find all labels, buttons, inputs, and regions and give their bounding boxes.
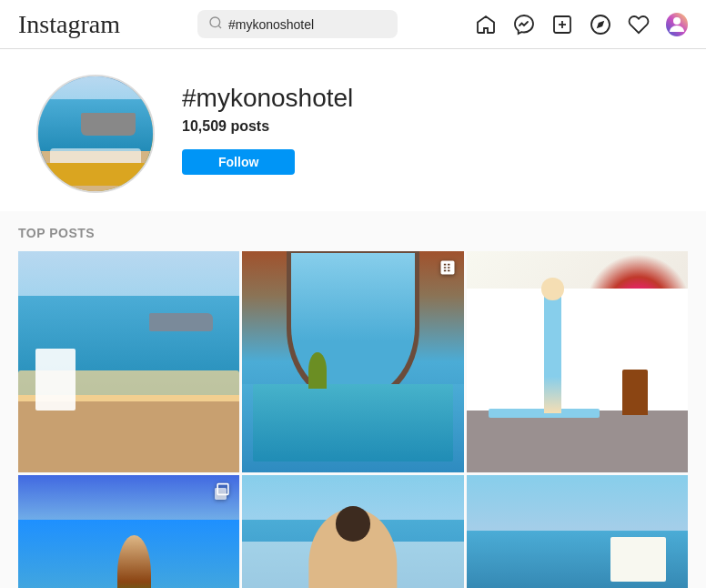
search-bar[interactable] [197, 10, 398, 38]
posts-grid [18, 251, 688, 588]
svg-point-0 [210, 17, 220, 27]
profile-section: #mykonoshotel 10,509 posts Follow [0, 49, 706, 211]
multi-post-icon [214, 482, 232, 504]
explore-icon[interactable] [590, 14, 611, 35]
svg-point-7 [673, 17, 681, 25]
header: Instagram [0, 0, 706, 49]
messenger-icon[interactable] [513, 14, 535, 35]
svg-rect-9 [216, 489, 227, 500]
svg-line-1 [218, 25, 221, 28]
top-posts-label: Top posts [18, 226, 688, 240]
post-item[interactable] [242, 475, 463, 588]
home-icon[interactable] [475, 14, 497, 35]
hashtag-title: #mykonoshotel [182, 84, 353, 113]
search-input[interactable] [228, 17, 387, 32]
svg-marker-6 [597, 20, 604, 27]
hashtag-avatar [36, 75, 155, 193]
follow-button[interactable]: Follow [182, 149, 295, 175]
post-item[interactable] [242, 251, 463, 472]
multi-post-icon [439, 259, 457, 280]
instagram-logo[interactable]: Instagram [18, 10, 120, 39]
search-icon [208, 15, 223, 33]
top-posts-section: Top posts [0, 211, 706, 588]
post-count: 10,509 posts [182, 118, 353, 135]
post-item[interactable] [18, 251, 239, 472]
post-item[interactable] [18, 475, 239, 588]
profile-info: #mykonoshotel 10,509 posts Follow [182, 75, 353, 175]
add-post-icon[interactable] [551, 14, 573, 35]
nav-icons [475, 14, 688, 35]
post-item[interactable] [467, 475, 688, 588]
user-avatar[interactable] [666, 13, 688, 36]
heart-icon[interactable] [628, 14, 650, 35]
post-item[interactable] [467, 251, 688, 472]
user-avatar-nav[interactable] [666, 14, 688, 35]
